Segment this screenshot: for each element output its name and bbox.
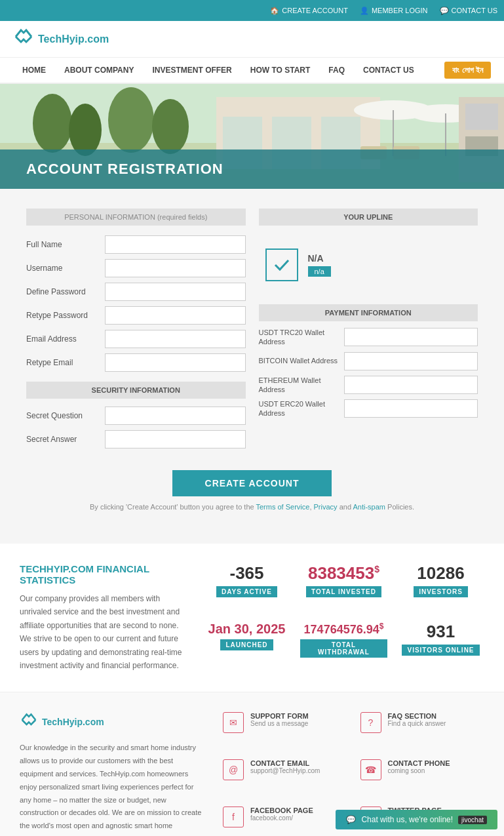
define-password-row: Define Password — [26, 283, 246, 301]
logo-icon — [13, 28, 34, 50]
define-password-label: Define Password — [26, 287, 105, 296]
stat-investors: 10286 INVESTORS — [397, 563, 484, 612]
upline-header: YOUR UPLINE — [259, 209, 478, 226]
full-name-row: Full Name — [26, 235, 246, 254]
member-login-link[interactable]: 👤 MEMBER LOGIN — [360, 7, 428, 15]
live-chat-icon: 💬 — [346, 815, 356, 824]
user-icon: 👤 — [360, 7, 369, 15]
stat-total-invested: 8383453$ TOTAL INVESTED — [300, 563, 387, 612]
usdt-erc20-label: USDT ERC20 Wallet Address — [259, 399, 344, 418]
stat-visitors-label: VISITORS ONLINE — [402, 645, 479, 656]
svg-rect-18 — [465, 104, 498, 130]
stat-visitors-value: 931 — [397, 622, 484, 642]
retype-email-label: Retype Email — [26, 358, 105, 367]
security-header: SECURITY INFORMATION — [26, 382, 246, 399]
secret-answer-label: Secret Answer — [26, 435, 105, 444]
nav-language-btn[interactable]: বাং লোগ ইন — [444, 62, 491, 79]
bitcoin-input[interactable] — [344, 352, 478, 370]
stat-investors-label: INVESTORS — [414, 586, 468, 597]
create-account-link[interactable]: 🏠 CREATE ACCOUNT — [270, 7, 348, 15]
usdt-erc20-row: USDT ERC20 Wallet Address — [259, 399, 478, 418]
stat-launched: Jan 30, 2025 LAUNCHED — [203, 622, 290, 672]
email-icon: @ — [223, 759, 244, 780]
define-password-input[interactable] — [105, 283, 246, 301]
terms-of-service-link[interactable]: Terms of Service — [256, 503, 309, 511]
retype-password-row: Retype Password — [26, 306, 246, 325]
secret-question-input[interactable] — [105, 407, 246, 425]
live-chat-text: Chat with us, we're online! — [361, 815, 453, 824]
ethereum-input[interactable] — [344, 376, 478, 394]
retype-password-label: Retype Password — [26, 311, 105, 320]
stat-days-active: -365 DAYS ACTIVE — [203, 563, 290, 612]
footer-link-phone-text: CONTACT PHONE coming soon — [388, 759, 450, 774]
hero-banner: ACCOUNT REGISTRATION — [0, 84, 504, 189]
hero-overlay: ACCOUNT REGISTRATION — [0, 149, 504, 189]
footer-support-form[interactable]: ✉ SUPPORT FORM Send us a message — [223, 712, 347, 751]
svg-point-4 — [69, 104, 102, 156]
nav-about[interactable]: ABOUT COMPANY — [55, 58, 143, 83]
full-name-input[interactable] — [105, 235, 246, 254]
bitcoin-row: BITCOIN Wallet Address — [259, 352, 478, 370]
personal-info-header: PERSONAL INFORMATION (required fields) — [26, 209, 246, 226]
nav-contact[interactable]: CONTACT US — [354, 58, 423, 83]
stat-invested-value: 8383453$ — [300, 563, 387, 584]
upline-na-text: N/A — [308, 253, 331, 264]
privacy-link[interactable]: Privacy — [314, 503, 338, 511]
stat-investors-value: 10286 — [397, 563, 484, 584]
secret-question-row: Secret Question — [26, 407, 246, 425]
upline-badge: n/a — [308, 266, 331, 277]
live-chat-widget[interactable]: 💬 Chat with us, we're online! jivochat — [336, 810, 497, 829]
retype-password-input[interactable] — [105, 306, 246, 325]
footer-link-email-text: CONTACT EMAIL support@TechHyip.com — [250, 759, 320, 774]
logo[interactable]: TechHyip.com — [13, 28, 109, 50]
svg-point-3 — [33, 94, 72, 153]
stats-grid: -365 DAYS ACTIVE 8383453$ TOTAL INVESTED… — [203, 563, 484, 672]
username-row: Username — [26, 259, 246, 277]
logo-text: TechHyip.com — [38, 33, 109, 45]
footer-link-faq-text: FAQ SECTION Find a quick answer — [388, 712, 446, 727]
full-name-label: Full Name — [26, 240, 105, 249]
nav-faq[interactable]: FAQ — [319, 58, 354, 83]
retype-email-input[interactable] — [105, 353, 246, 372]
stat-total-withdrawal: 174764576.94$ TOTAL WITHDRAWAL — [300, 622, 387, 672]
stat-days-label: DAYS ACTIVE — [216, 586, 277, 597]
nav: HOME ABOUT COMPANY INVESTMENT OFFER HOW … — [0, 58, 504, 84]
footer-contact-email[interactable]: @ CONTACT EMAIL support@TechHyip.com — [223, 759, 347, 799]
create-account-button[interactable]: CREATE ACCOUNT — [172, 470, 332, 496]
nav-investment[interactable]: INVESTMENT OFFER — [143, 58, 241, 83]
nav-home[interactable]: HOME — [13, 58, 55, 83]
top-bar: 🏠 CREATE ACCOUNT 👤 MEMBER LOGIN 💬 CONTAC… — [0, 0, 504, 21]
usdt-trc20-row: USDT TRC20 Wallet Address — [259, 328, 478, 347]
form-section: PERSONAL INFORMATION (required fields) F… — [0, 189, 504, 544]
upline-content: N/A n/a — [259, 235, 478, 294]
usdt-erc20-input[interactable] — [344, 399, 478, 418]
jivochat-badge: jivochat — [458, 816, 487, 824]
svg-point-5 — [108, 87, 154, 153]
contact-us-link[interactable]: 💬 CONTACT US — [440, 7, 498, 15]
form-grid: PERSONAL INFORMATION (required fields) F… — [26, 209, 478, 454]
secret-question-label: Secret Question — [26, 411, 105, 420]
chat-icon: 💬 — [440, 7, 449, 15]
nav-how-to-start[interactable]: HOW TO START — [241, 58, 320, 83]
secret-answer-input[interactable] — [105, 430, 246, 448]
create-btn-row: CREATE ACCOUNT — [26, 470, 478, 496]
footer-contact-phone[interactable]: ☎ CONTACT PHONE coming soon — [360, 759, 485, 799]
footer-facebook[interactable]: f FACEBOOK PAGE facebook.com/ — [223, 806, 347, 836]
form-right: YOUR UPLINE N/A n/a PAYMENT INFORMATION … — [259, 209, 478, 454]
phone-icon: ☎ — [360, 759, 381, 780]
username-input[interactable] — [105, 259, 246, 277]
stat-invested-label: TOTAL INVESTED — [306, 586, 381, 597]
ethereum-label: ETHEREUM Wallet Address — [259, 376, 344, 395]
footer-faq[interactable]: ? FAQ SECTION Find a quick answer — [360, 712, 485, 751]
faq-icon: ? — [360, 712, 381, 733]
anti-spam-link[interactable]: Anti-spam — [353, 503, 385, 511]
upline-check-icon — [265, 249, 298, 281]
footer-logo-text: TechHyip.com — [42, 717, 104, 727]
stat-withdrawal-label: TOTAL WITHDRAWAL — [300, 639, 387, 658]
page-title: ACCOUNT REGISTRATION — [26, 161, 223, 178]
footer-logo-col: TechHyip.com Our knowledge in the securi… — [20, 712, 203, 836]
footer-link-facebook-text: FACEBOOK PAGE facebook.com/ — [250, 806, 313, 822]
usdt-trc20-input[interactable] — [344, 328, 478, 346]
svg-point-6 — [152, 99, 189, 154]
email-input[interactable] — [105, 330, 246, 348]
